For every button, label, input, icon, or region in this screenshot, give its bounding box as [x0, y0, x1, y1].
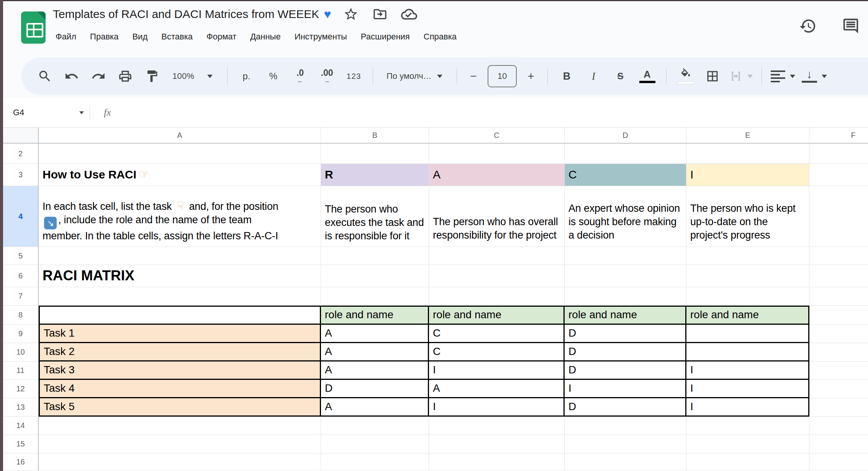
- cell-d5[interactable]: [565, 247, 686, 265]
- cell-a15[interactable]: [39, 435, 321, 453]
- menu-extensions[interactable]: Расширения: [357, 29, 414, 44]
- format-percent-button[interactable]: %: [263, 65, 283, 87]
- cell-f14[interactable]: [809, 417, 868, 435]
- cell-e6[interactable]: [686, 265, 809, 287]
- cell-a3[interactable]: How to Use RACI ☞: [39, 164, 321, 186]
- cell-c5[interactable]: [429, 247, 565, 265]
- decrease-font-size-button[interactable]: −: [466, 65, 481, 87]
- cell-d6[interactable]: [565, 265, 686, 287]
- cell-d7[interactable]: [565, 287, 686, 306]
- text-color-button[interactable]: A: [637, 65, 657, 87]
- menu-data[interactable]: Данные: [246, 29, 285, 44]
- font-size-input[interactable]: 10: [488, 65, 517, 87]
- cell-f7[interactable]: [809, 287, 868, 306]
- cell-b2[interactable]: [321, 144, 429, 164]
- star-button[interactable]: [342, 6, 359, 23]
- column-header-e[interactable]: E: [686, 128, 809, 144]
- cell-raci-value[interactable]: A: [321, 398, 429, 417]
- cell-e3[interactable]: I: [686, 164, 809, 186]
- column-header-c[interactable]: C: [429, 128, 565, 144]
- zoom-select[interactable]: 100%: [169, 65, 218, 87]
- row-header-16[interactable]: 16: [3, 453, 39, 471]
- cell-e7[interactable]: [686, 287, 809, 306]
- cell-raci-value[interactable]: D: [321, 380, 429, 398]
- cell-d15[interactable]: [565, 435, 686, 453]
- menu-format[interactable]: Формат: [202, 29, 241, 44]
- cell-c16[interactable]: [429, 453, 565, 471]
- cell-e8[interactable]: role and name: [686, 306, 809, 325]
- cell-b16[interactable]: [321, 453, 429, 471]
- search-button[interactable]: [34, 65, 55, 87]
- move-to-folder-button[interactable]: [372, 6, 388, 23]
- row-header-5[interactable]: 5: [3, 247, 39, 265]
- cell-b8[interactable]: role and name: [321, 306, 429, 325]
- cell-d14[interactable]: [565, 417, 686, 435]
- row-header-12[interactable]: 12: [3, 380, 39, 398]
- cell-raci-value[interactable]: A: [321, 343, 429, 361]
- cell-task-name[interactable]: Task 4: [39, 380, 321, 398]
- cell-raci-value[interactable]: A: [429, 380, 565, 398]
- cell-raci-value[interactable]: [686, 325, 809, 343]
- column-header-b[interactable]: B: [321, 128, 429, 144]
- name-box[interactable]: G4: [3, 108, 90, 118]
- cell-e16[interactable]: [686, 453, 809, 471]
- menu-insert[interactable]: Вставка: [157, 29, 197, 44]
- cell-e4[interactable]: The person who is kept up-to-date on the…: [686, 186, 809, 247]
- row-header-2[interactable]: 2: [3, 144, 39, 164]
- cell-c2[interactable]: [429, 144, 565, 164]
- menu-tools[interactable]: Инструменты: [290, 29, 351, 44]
- cell-f16[interactable]: [809, 453, 868, 471]
- cell-b5[interactable]: [321, 247, 429, 265]
- cell-d8[interactable]: role and name: [565, 306, 686, 325]
- cell-e15[interactable]: [686, 435, 809, 453]
- cell-b4[interactable]: The person who executes the task and is …: [321, 186, 429, 247]
- cell-f12[interactable]: [809, 380, 868, 398]
- cell-raci-value[interactable]: I: [686, 380, 809, 398]
- menu-edit[interactable]: Правка: [86, 29, 123, 44]
- cell-raci-value[interactable]: D: [565, 343, 686, 361]
- cell-f15[interactable]: [809, 435, 868, 453]
- cell-raci-value[interactable]: A: [321, 325, 429, 343]
- row-header-13[interactable]: 13: [3, 398, 39, 417]
- cell-f13[interactable]: [809, 398, 868, 417]
- cell-c15[interactable]: [429, 435, 565, 453]
- formula-input[interactable]: [111, 98, 868, 127]
- cell-c14[interactable]: [429, 417, 565, 435]
- fill-color-button[interactable]: [675, 65, 696, 87]
- cell-c3[interactable]: A: [429, 164, 565, 186]
- cell-b7[interactable]: [321, 287, 429, 306]
- cell-a8[interactable]: [39, 306, 321, 325]
- menu-file[interactable]: Файл: [51, 29, 80, 44]
- cell-e2[interactable]: [686, 144, 809, 164]
- horizontal-align-button[interactable]: [771, 65, 795, 87]
- cell-raci-value[interactable]: I: [429, 398, 565, 417]
- cell-raci-value[interactable]: C: [429, 325, 565, 343]
- cell-a14[interactable]: [39, 417, 321, 435]
- cell-d2[interactable]: [565, 144, 686, 164]
- cell-task-name[interactable]: Task 2: [39, 343, 321, 361]
- cell-e14[interactable]: [686, 417, 809, 435]
- cell-d4[interactable]: An expert whose opinion is sought before…: [565, 186, 686, 247]
- cell-task-name[interactable]: Task 5: [39, 398, 321, 417]
- row-header-9[interactable]: 9: [3, 325, 39, 343]
- format-currency-button[interactable]: р.: [236, 65, 257, 87]
- cell-d3[interactable]: C: [565, 164, 686, 186]
- cell-b15[interactable]: [321, 435, 429, 453]
- cell-task-name[interactable]: Task 1: [39, 325, 321, 343]
- redo-button[interactable]: [88, 65, 108, 87]
- vertical-align-button[interactable]: ↓: [802, 65, 827, 87]
- sheets-logo[interactable]: [21, 11, 46, 44]
- cell-a7[interactable]: [39, 287, 321, 306]
- cell-c4[interactable]: The person who has overall responsibilit…: [429, 186, 565, 247]
- cell-f8[interactable]: [809, 306, 868, 325]
- column-header-a[interactable]: A: [39, 128, 321, 144]
- cell-raci-value[interactable]: D: [565, 361, 686, 380]
- row-header-7[interactable]: 7: [3, 287, 39, 306]
- merge-cells-button[interactable]: [729, 65, 753, 87]
- cell-raci-value[interactable]: A: [321, 361, 429, 380]
- increase-font-size-button[interactable]: +: [523, 65, 539, 87]
- strikethrough-button[interactable]: S: [610, 65, 631, 87]
- row-header-14[interactable]: 14: [3, 417, 39, 435]
- cell-f11[interactable]: [809, 361, 868, 380]
- document-title[interactable]: Templates of RACI and DACI Matrices from…: [53, 8, 319, 21]
